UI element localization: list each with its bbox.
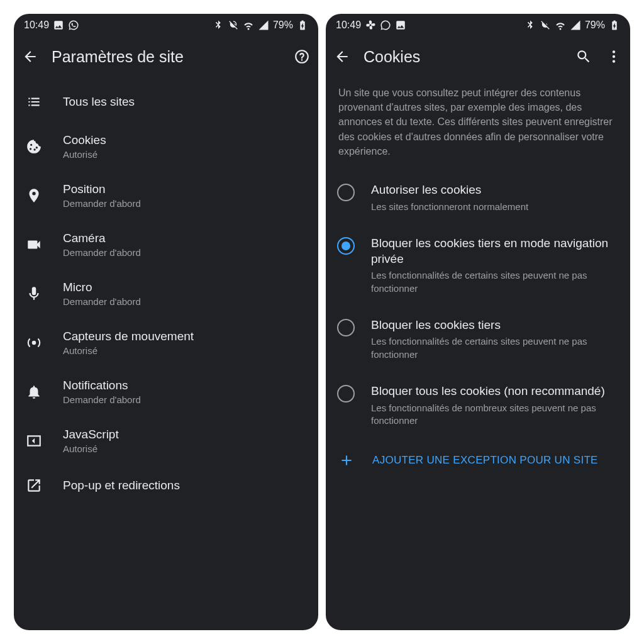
option-allow-cookies[interactable]: Autoriser les cookiesLes sites fonctionn… xyxy=(326,171,630,225)
phone-site-settings: 10:49 79% Paramètres de site Tous les si… xyxy=(14,14,318,630)
signal-icon xyxy=(258,19,269,31)
status-time: 10:49 xyxy=(24,19,49,31)
page-title: Paramètres de site xyxy=(52,48,280,66)
app-bar: Paramètres de site xyxy=(14,36,318,77)
radio-icon xyxy=(337,385,355,402)
add-site-exception[interactable]: AJOUTER UNE EXCEPTION POUR UN SITE xyxy=(326,438,630,480)
option-sub: Les fonctionnalités de nombreux sites pe… xyxy=(371,402,616,428)
whatsapp-icon xyxy=(68,19,79,31)
javascript-icon xyxy=(25,432,43,450)
wifi-icon xyxy=(243,19,254,31)
row-label: Cookies xyxy=(63,133,106,147)
svg-point-1 xyxy=(613,55,615,58)
row-motion-sensors[interactable]: Capteurs de mouvementAutorisé xyxy=(14,318,318,367)
status-battery: 79% xyxy=(273,19,293,31)
radio-icon xyxy=(337,319,355,336)
add-exception-label: AJOUTER UNE EXCEPTION POUR UN SITE xyxy=(372,453,598,468)
row-all-sites[interactable]: Tous les sites xyxy=(14,82,318,122)
more-button[interactable] xyxy=(605,48,623,65)
status-bar: 10:49 79% xyxy=(326,14,630,36)
row-label: Micro xyxy=(63,280,141,294)
search-button[interactable] xyxy=(575,48,592,65)
fan-icon xyxy=(365,19,376,31)
sensor-icon xyxy=(25,334,43,352)
option-sub: Les fonctionnalités de certains sites pe… xyxy=(371,269,616,295)
signal-icon xyxy=(570,19,581,31)
battery-icon xyxy=(297,19,308,31)
row-sub: Demander d'abord xyxy=(63,296,141,307)
option-block-all[interactable]: Bloquer tous les cookies (non recommandé… xyxy=(326,372,630,438)
mic-icon xyxy=(25,285,43,303)
radio-icon xyxy=(337,237,355,255)
row-camera[interactable]: CaméraDemander d'abord xyxy=(14,220,318,269)
bell-icon xyxy=(25,383,43,401)
row-label: Tous les sites xyxy=(63,95,135,109)
page-title: Cookies xyxy=(364,48,562,66)
row-popups[interactable]: Pop-up et redirections xyxy=(14,465,318,494)
bluetooth-icon xyxy=(525,19,536,31)
plus-icon xyxy=(338,452,355,469)
row-label: Pop-up et redirections xyxy=(63,479,180,492)
row-position[interactable]: PositionDemander d'abord xyxy=(14,171,318,220)
mute-icon xyxy=(228,19,239,31)
app-bar: Cookies xyxy=(326,36,630,77)
row-javascript[interactable]: JavaScriptAutorisé xyxy=(14,416,318,465)
row-label: Position xyxy=(63,182,141,196)
option-block-3p[interactable]: Bloquer les cookies tiersLes fonctionnal… xyxy=(326,306,630,372)
wifi-icon xyxy=(555,19,566,31)
row-label: JavaScript xyxy=(63,428,119,441)
row-sub: Autorisé xyxy=(63,345,194,356)
row-notifications[interactable]: NotificationsDemander d'abord xyxy=(14,367,318,416)
whatsapp-icon xyxy=(380,19,391,31)
radio-icon xyxy=(337,184,355,201)
option-label: Bloquer tous les cookies (non recommandé… xyxy=(371,384,616,399)
row-sub: Demander d'abord xyxy=(63,198,141,209)
option-label: Bloquer les cookies tiers en mode naviga… xyxy=(371,236,616,267)
back-button[interactable] xyxy=(21,48,39,65)
row-cookies[interactable]: CookiesAutorisé xyxy=(14,122,318,171)
row-sub: Demander d'abord xyxy=(63,394,141,405)
status-time: 10:49 xyxy=(336,19,361,31)
row-label: Caméra xyxy=(63,231,141,245)
list-icon xyxy=(25,93,43,111)
mute-icon xyxy=(540,19,551,31)
row-sub: Autorisé xyxy=(63,149,106,160)
option-block-3p-incognito[interactable]: Bloquer les cookies tiers en mode naviga… xyxy=(326,225,630,306)
cookies-description: Un site que vous consultez peut intégrer… xyxy=(326,77,630,171)
phone-cookies: 10:49 79% Cookies Un site que vous consu… xyxy=(326,14,630,630)
svg-point-0 xyxy=(613,50,615,53)
settings-list: Tous les sites CookiesAutorisé PositionD… xyxy=(14,77,318,499)
option-sub: Les fonctionnalités de certains sites pe… xyxy=(371,335,616,361)
row-label: Capteurs de mouvement xyxy=(63,330,194,343)
svg-point-2 xyxy=(613,60,615,62)
status-battery: 79% xyxy=(585,19,605,31)
option-label: Bloquer les cookies tiers xyxy=(371,318,616,333)
bluetooth-icon xyxy=(213,19,224,31)
image-icon xyxy=(395,19,406,31)
help-button[interactable] xyxy=(293,48,311,65)
row-label: Notifications xyxy=(63,379,141,392)
cookie-icon xyxy=(25,138,43,155)
back-button[interactable] xyxy=(333,48,351,65)
row-sub: Autorisé xyxy=(63,443,119,454)
image-icon xyxy=(53,19,64,31)
popup-icon xyxy=(25,477,43,494)
battery-icon xyxy=(609,19,620,31)
option-label: Autoriser les cookies xyxy=(371,182,528,198)
row-sub: Demander d'abord xyxy=(63,247,141,258)
camera-icon xyxy=(25,236,43,253)
option-sub: Les sites fonctionneront normalement xyxy=(371,201,528,213)
status-bar: 10:49 79% xyxy=(14,14,318,36)
location-icon xyxy=(25,187,43,204)
row-micro[interactable]: MicroDemander d'abord xyxy=(14,269,318,318)
